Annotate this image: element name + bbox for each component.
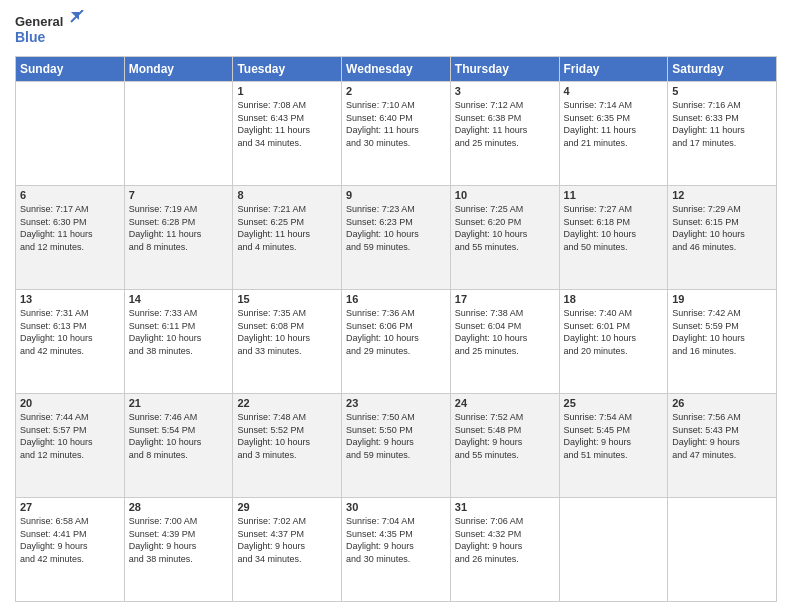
col-header-saturday: Saturday <box>668 57 777 82</box>
day-info: Sunrise: 7:25 AM Sunset: 6:20 PM Dayligh… <box>455 203 555 253</box>
day-info: Sunrise: 7:23 AM Sunset: 6:23 PM Dayligh… <box>346 203 446 253</box>
header: General Blue <box>15 10 777 48</box>
day-headers-row: SundayMondayTuesdayWednesdayThursdayFrid… <box>16 57 777 82</box>
day-cell: 17Sunrise: 7:38 AM Sunset: 6:04 PM Dayli… <box>450 290 559 394</box>
col-header-monday: Monday <box>124 57 233 82</box>
day-number: 21 <box>129 397 229 409</box>
day-cell: 11Sunrise: 7:27 AM Sunset: 6:18 PM Dayli… <box>559 186 668 290</box>
day-cell: 1Sunrise: 7:08 AM Sunset: 6:43 PM Daylig… <box>233 82 342 186</box>
day-info: Sunrise: 7:16 AM Sunset: 6:33 PM Dayligh… <box>672 99 772 149</box>
day-info: Sunrise: 7:04 AM Sunset: 4:35 PM Dayligh… <box>346 515 446 565</box>
day-cell: 6Sunrise: 7:17 AM Sunset: 6:30 PM Daylig… <box>16 186 125 290</box>
day-number: 7 <box>129 189 229 201</box>
day-number: 13 <box>20 293 120 305</box>
day-info: Sunrise: 7:38 AM Sunset: 6:04 PM Dayligh… <box>455 307 555 357</box>
day-number: 24 <box>455 397 555 409</box>
day-cell: 20Sunrise: 7:44 AM Sunset: 5:57 PM Dayli… <box>16 394 125 498</box>
week-row-4: 20Sunrise: 7:44 AM Sunset: 5:57 PM Dayli… <box>16 394 777 498</box>
day-info: Sunrise: 7:52 AM Sunset: 5:48 PM Dayligh… <box>455 411 555 461</box>
col-header-sunday: Sunday <box>16 57 125 82</box>
day-cell: 27Sunrise: 6:58 AM Sunset: 4:41 PM Dayli… <box>16 498 125 602</box>
day-cell: 12Sunrise: 7:29 AM Sunset: 6:15 PM Dayli… <box>668 186 777 290</box>
day-cell: 22Sunrise: 7:48 AM Sunset: 5:52 PM Dayli… <box>233 394 342 498</box>
day-cell: 24Sunrise: 7:52 AM Sunset: 5:48 PM Dayli… <box>450 394 559 498</box>
day-info: Sunrise: 7:21 AM Sunset: 6:25 PM Dayligh… <box>237 203 337 253</box>
day-cell <box>668 498 777 602</box>
day-cell: 19Sunrise: 7:42 AM Sunset: 5:59 PM Dayli… <box>668 290 777 394</box>
day-info: Sunrise: 7:56 AM Sunset: 5:43 PM Dayligh… <box>672 411 772 461</box>
day-info: Sunrise: 7:36 AM Sunset: 6:06 PM Dayligh… <box>346 307 446 357</box>
day-number: 28 <box>129 501 229 513</box>
day-info: Sunrise: 6:58 AM Sunset: 4:41 PM Dayligh… <box>20 515 120 565</box>
day-cell: 10Sunrise: 7:25 AM Sunset: 6:20 PM Dayli… <box>450 186 559 290</box>
day-info: Sunrise: 7:50 AM Sunset: 5:50 PM Dayligh… <box>346 411 446 461</box>
day-cell: 14Sunrise: 7:33 AM Sunset: 6:11 PM Dayli… <box>124 290 233 394</box>
day-number: 22 <box>237 397 337 409</box>
day-number: 25 <box>564 397 664 409</box>
col-header-friday: Friday <box>559 57 668 82</box>
day-info: Sunrise: 7:14 AM Sunset: 6:35 PM Dayligh… <box>564 99 664 149</box>
day-cell: 3Sunrise: 7:12 AM Sunset: 6:38 PM Daylig… <box>450 82 559 186</box>
day-number: 4 <box>564 85 664 97</box>
day-number: 10 <box>455 189 555 201</box>
day-cell: 25Sunrise: 7:54 AM Sunset: 5:45 PM Dayli… <box>559 394 668 498</box>
day-number: 9 <box>346 189 446 201</box>
day-number: 8 <box>237 189 337 201</box>
calendar-table: SundayMondayTuesdayWednesdayThursdayFrid… <box>15 56 777 602</box>
day-info: Sunrise: 7:35 AM Sunset: 6:08 PM Dayligh… <box>237 307 337 357</box>
day-number: 2 <box>346 85 446 97</box>
day-info: Sunrise: 7:17 AM Sunset: 6:30 PM Dayligh… <box>20 203 120 253</box>
day-info: Sunrise: 7:02 AM Sunset: 4:37 PM Dayligh… <box>237 515 337 565</box>
day-cell: 4Sunrise: 7:14 AM Sunset: 6:35 PM Daylig… <box>559 82 668 186</box>
day-cell <box>124 82 233 186</box>
day-number: 12 <box>672 189 772 201</box>
day-number: 19 <box>672 293 772 305</box>
day-info: Sunrise: 7:12 AM Sunset: 6:38 PM Dayligh… <box>455 99 555 149</box>
day-info: Sunrise: 7:46 AM Sunset: 5:54 PM Dayligh… <box>129 411 229 461</box>
day-cell: 28Sunrise: 7:00 AM Sunset: 4:39 PM Dayli… <box>124 498 233 602</box>
day-cell: 8Sunrise: 7:21 AM Sunset: 6:25 PM Daylig… <box>233 186 342 290</box>
day-info: Sunrise: 7:29 AM Sunset: 6:15 PM Dayligh… <box>672 203 772 253</box>
day-cell: 30Sunrise: 7:04 AM Sunset: 4:35 PM Dayli… <box>342 498 451 602</box>
svg-text:General: General <box>15 14 63 29</box>
col-header-wednesday: Wednesday <box>342 57 451 82</box>
day-cell: 23Sunrise: 7:50 AM Sunset: 5:50 PM Dayli… <box>342 394 451 498</box>
day-number: 6 <box>20 189 120 201</box>
day-cell: 29Sunrise: 7:02 AM Sunset: 4:37 PM Dayli… <box>233 498 342 602</box>
week-row-3: 13Sunrise: 7:31 AM Sunset: 6:13 PM Dayli… <box>16 290 777 394</box>
day-cell: 7Sunrise: 7:19 AM Sunset: 6:28 PM Daylig… <box>124 186 233 290</box>
day-info: Sunrise: 7:10 AM Sunset: 6:40 PM Dayligh… <box>346 99 446 149</box>
day-info: Sunrise: 7:33 AM Sunset: 6:11 PM Dayligh… <box>129 307 229 357</box>
day-number: 30 <box>346 501 446 513</box>
day-cell: 16Sunrise: 7:36 AM Sunset: 6:06 PM Dayli… <box>342 290 451 394</box>
day-number: 14 <box>129 293 229 305</box>
day-number: 29 <box>237 501 337 513</box>
day-number: 23 <box>346 397 446 409</box>
day-info: Sunrise: 7:54 AM Sunset: 5:45 PM Dayligh… <box>564 411 664 461</box>
day-info: Sunrise: 7:40 AM Sunset: 6:01 PM Dayligh… <box>564 307 664 357</box>
svg-line-3 <box>71 10 83 22</box>
day-cell: 5Sunrise: 7:16 AM Sunset: 6:33 PM Daylig… <box>668 82 777 186</box>
week-row-1: 1Sunrise: 7:08 AM Sunset: 6:43 PM Daylig… <box>16 82 777 186</box>
day-info: Sunrise: 7:44 AM Sunset: 5:57 PM Dayligh… <box>20 411 120 461</box>
day-cell <box>16 82 125 186</box>
day-cell: 2Sunrise: 7:10 AM Sunset: 6:40 PM Daylig… <box>342 82 451 186</box>
day-cell: 31Sunrise: 7:06 AM Sunset: 4:32 PM Dayli… <box>450 498 559 602</box>
day-info: Sunrise: 7:31 AM Sunset: 6:13 PM Dayligh… <box>20 307 120 357</box>
day-number: 31 <box>455 501 555 513</box>
day-number: 26 <box>672 397 772 409</box>
day-number: 17 <box>455 293 555 305</box>
day-number: 27 <box>20 501 120 513</box>
day-info: Sunrise: 7:08 AM Sunset: 6:43 PM Dayligh… <box>237 99 337 149</box>
svg-text:Blue: Blue <box>15 29 46 45</box>
day-info: Sunrise: 7:19 AM Sunset: 6:28 PM Dayligh… <box>129 203 229 253</box>
day-cell: 9Sunrise: 7:23 AM Sunset: 6:23 PM Daylig… <box>342 186 451 290</box>
logo: General Blue <box>15 10 85 48</box>
day-cell: 21Sunrise: 7:46 AM Sunset: 5:54 PM Dayli… <box>124 394 233 498</box>
day-number: 20 <box>20 397 120 409</box>
day-cell <box>559 498 668 602</box>
week-row-2: 6Sunrise: 7:17 AM Sunset: 6:30 PM Daylig… <box>16 186 777 290</box>
day-cell: 18Sunrise: 7:40 AM Sunset: 6:01 PM Dayli… <box>559 290 668 394</box>
col-header-thursday: Thursday <box>450 57 559 82</box>
day-number: 5 <box>672 85 772 97</box>
